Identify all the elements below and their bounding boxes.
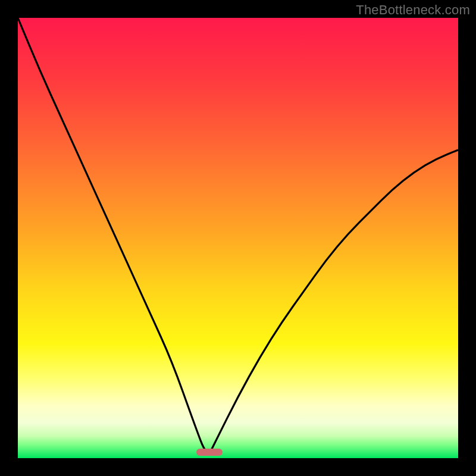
optimum-marker	[196, 449, 223, 456]
plot-area	[18, 18, 458, 458]
chart-frame: TheBottleneck.com	[0, 0, 476, 476]
watermark-text: TheBottleneck.com	[356, 2, 470, 18]
curve-path	[18, 18, 458, 452]
bottleneck-curve	[18, 18, 458, 458]
